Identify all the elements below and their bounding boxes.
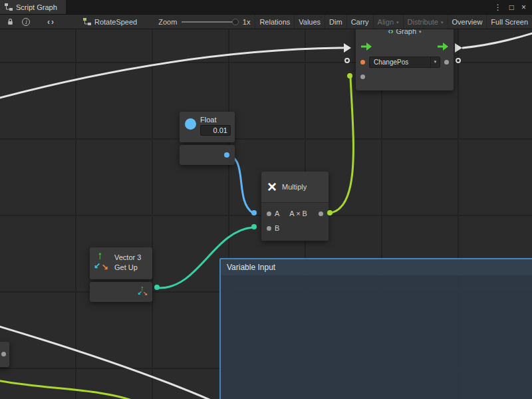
float-node-header[interactable]: Float 0.01	[180, 112, 235, 142]
window-menu-icon[interactable]: ⋮	[494, 3, 502, 11]
port-output-label: A × B	[289, 209, 307, 217]
flow-out-arrow-icon[interactable]	[437, 42, 449, 53]
flow-input-arrow[interactable]	[344, 43, 351, 53]
graph-breadcrumb[interactable]: RotateSpeed	[79, 15, 141, 29]
vector-node-header[interactable]: ↑ ↙ ↘ Vector 3 Get Up	[90, 247, 152, 279]
port-b-label: B	[275, 224, 279, 232]
close-icon[interactable]: ×	[521, 3, 526, 11]
wire-multiply-to-graph[interactable]	[331, 77, 353, 213]
zoom-slider-knob[interactable]	[232, 19, 239, 25]
gray-port-dot[interactable]	[444, 60, 449, 65]
vector3-get-up-node[interactable]: ↑ ↙ ↘ Vector 3 Get Up ↑ ↙ ↘	[90, 247, 152, 302]
wire-white-top[interactable]	[0, 48, 343, 98]
vector3-mini-icon[interactable]: ↑ ↙ ↘	[138, 285, 148, 299]
port-a-label: A	[275, 209, 279, 217]
unity-script-graph-window: Script Graph ⋮ □ × i ‹› RotateS	[0, 0, 532, 399]
tab-bar: Script Graph ⋮ □ ×	[0, 0, 532, 15]
multiply-output-dot[interactable]	[327, 210, 332, 215]
graph-extra-port-row	[356, 69, 454, 84]
lock-icon[interactable]	[3, 15, 18, 29]
multiply-a-input-dot[interactable]	[251, 210, 257, 215]
toolbar-buttons: Relations Values Dim Carry Align ▾ Distr…	[255, 15, 532, 29]
orange-port-dot[interactable]	[360, 60, 365, 65]
graph-title-caret-icon: ▾	[419, 29, 422, 35]
relations-button[interactable]: Relations	[255, 15, 294, 29]
vector-node-subtitle: Get Up	[114, 263, 141, 273]
graph-canvas[interactable]: Variable Input ‹› Graph ▾	[0, 29, 532, 399]
graph-variable-row: ChangePos ▼	[356, 55, 454, 69]
maximize-icon[interactable]: □	[509, 3, 514, 11]
graph-node-title: Graph	[396, 29, 416, 35]
vector3-icon: ↑ ↙ ↘	[94, 251, 111, 276]
align-caret-icon: ▾	[396, 19, 399, 25]
expand-icon[interactable]: ‹›	[34, 15, 59, 29]
visual-scripting-icon: ‹›	[388, 29, 393, 36]
zoom-slider-track	[182, 21, 237, 23]
vector-node-title: Vector 3	[114, 253, 141, 263]
align-button[interactable]: Align ▾	[373, 15, 403, 29]
script-graph-icon	[5, 3, 13, 11]
multiply-node[interactable]: × Multiply A A × B B	[261, 172, 329, 241]
dropdown-value: ChangePos	[370, 59, 430, 66]
distribute-caret-icon: ▾	[441, 19, 444, 25]
float-output-port[interactable]	[224, 152, 229, 158]
multiply-node-title: Multiply	[282, 183, 307, 191]
zoom-value: 1x	[243, 18, 251, 26]
group-title: Variable Input	[227, 263, 275, 272]
graph-node[interactable]: ‹› Graph ▾	[356, 29, 454, 90]
port-output-dot[interactable]	[319, 211, 323, 216]
float-type-icon	[185, 118, 196, 130]
float-value-field[interactable]: 0.01	[200, 125, 231, 136]
float-node-title: Float	[200, 116, 231, 124]
value-port-ring-right[interactable]	[456, 58, 461, 63]
wire-white-right[interactable]	[463, 33, 532, 48]
multiply-b-input-dot[interactable]	[251, 224, 257, 229]
port-b-dot[interactable]	[267, 226, 271, 231]
port-row-a: A A × B	[261, 206, 329, 221]
flow-output-arrow[interactable]	[455, 43, 462, 53]
partial-node[interactable]	[0, 342, 9, 367]
gray-port-dot[interactable]	[360, 74, 365, 79]
carry-button[interactable]: Carry	[346, 15, 373, 29]
flow-in-arrow-icon[interactable]	[360, 42, 372, 53]
graph-name-label: RotateSpeed	[94, 18, 137, 26]
float-node[interactable]: Float 0.01	[180, 112, 235, 165]
vector-node-ports: ↑ ↙ ↘	[90, 282, 152, 302]
graph-asset-icon	[83, 18, 91, 25]
flow-port-row	[356, 39, 454, 55]
wire-white-lower[interactable]	[0, 326, 214, 399]
dim-button[interactable]: Dim	[325, 15, 346, 29]
port-a-dot[interactable]	[267, 211, 271, 216]
wire-green-lower[interactable]	[0, 380, 136, 399]
float-node-ports	[180, 145, 235, 165]
port-dot[interactable]	[1, 352, 6, 356]
multiply-node-ports: A A × B B	[261, 202, 329, 241]
graph-toolbar: i ‹› RotateSpeed Zoom 1x Relations Value…	[0, 15, 532, 29]
overview-button[interactable]: Overview	[448, 15, 487, 29]
full-screen-button[interactable]: Full Screen	[486, 15, 532, 29]
tab-label: Script Graph	[16, 3, 57, 11]
distribute-button[interactable]: Distribute ▾	[403, 15, 448, 29]
zoom-slider[interactable]	[180, 15, 239, 29]
dropdown-arrow-icon: ▼	[430, 57, 440, 67]
values-button[interactable]: Values	[294, 15, 325, 29]
multiply-node-header[interactable]: × Multiply	[261, 172, 329, 202]
zoom-label: Zoom	[158, 18, 177, 26]
graph-node-header[interactable]: ‹› Graph ▾	[356, 29, 454, 39]
vector-output-dot[interactable]	[154, 285, 160, 290]
port-row-b: B	[261, 221, 329, 235]
change-pos-dropdown[interactable]: ChangePos ▼	[369, 57, 440, 68]
group-header[interactable]: Variable Input	[221, 259, 532, 275]
tab-script-graph[interactable]: Script Graph	[0, 0, 66, 14]
info-icon[interactable]: i	[18, 15, 34, 29]
green-wire-end-dot[interactable]	[347, 73, 352, 78]
multiply-icon: ×	[267, 179, 277, 195]
variable-input-group[interactable]: Variable Input	[219, 258, 532, 399]
value-port-ring-left[interactable]	[344, 58, 350, 63]
window-controls: ⋮ □ ×	[494, 0, 532, 14]
